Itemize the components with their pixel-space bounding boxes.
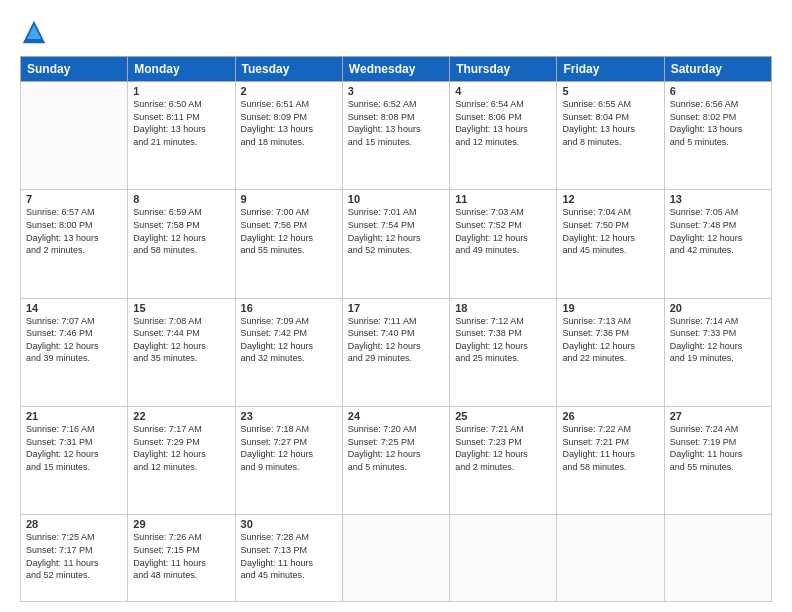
day-info: Sunrise: 6:56 AM Sunset: 8:02 PM Dayligh… bbox=[670, 98, 766, 148]
calendar-cell: 8Sunrise: 6:59 AM Sunset: 7:58 PM Daylig… bbox=[128, 190, 235, 298]
calendar-cell: 24Sunrise: 7:20 AM Sunset: 7:25 PM Dayli… bbox=[342, 406, 449, 514]
day-number: 22 bbox=[133, 410, 229, 422]
day-number: 24 bbox=[348, 410, 444, 422]
calendar-cell: 26Sunrise: 7:22 AM Sunset: 7:21 PM Dayli… bbox=[557, 406, 664, 514]
day-number: 20 bbox=[670, 302, 766, 314]
week-row-4: 28Sunrise: 7:25 AM Sunset: 7:17 PM Dayli… bbox=[21, 515, 772, 602]
day-number: 4 bbox=[455, 85, 551, 97]
calendar-cell: 29Sunrise: 7:26 AM Sunset: 7:15 PM Dayli… bbox=[128, 515, 235, 602]
calendar-cell: 17Sunrise: 7:11 AM Sunset: 7:40 PM Dayli… bbox=[342, 298, 449, 406]
header-wednesday: Wednesday bbox=[342, 57, 449, 82]
day-number: 21 bbox=[26, 410, 122, 422]
calendar-cell bbox=[21, 82, 128, 190]
day-number: 26 bbox=[562, 410, 658, 422]
calendar-cell: 2Sunrise: 6:51 AM Sunset: 8:09 PM Daylig… bbox=[235, 82, 342, 190]
header-row: SundayMondayTuesdayWednesdayThursdayFrid… bbox=[21, 57, 772, 82]
day-number: 13 bbox=[670, 193, 766, 205]
day-number: 16 bbox=[241, 302, 337, 314]
day-info: Sunrise: 6:52 AM Sunset: 8:08 PM Dayligh… bbox=[348, 98, 444, 148]
calendar-cell: 4Sunrise: 6:54 AM Sunset: 8:06 PM Daylig… bbox=[450, 82, 557, 190]
calendar-cell: 14Sunrise: 7:07 AM Sunset: 7:46 PM Dayli… bbox=[21, 298, 128, 406]
day-info: Sunrise: 7:00 AM Sunset: 7:56 PM Dayligh… bbox=[241, 206, 337, 256]
day-number: 19 bbox=[562, 302, 658, 314]
day-number: 14 bbox=[26, 302, 122, 314]
day-number: 8 bbox=[133, 193, 229, 205]
calendar-cell: 1Sunrise: 6:50 AM Sunset: 8:11 PM Daylig… bbox=[128, 82, 235, 190]
header-sunday: Sunday bbox=[21, 57, 128, 82]
day-info: Sunrise: 7:18 AM Sunset: 7:27 PM Dayligh… bbox=[241, 423, 337, 473]
day-info: Sunrise: 7:17 AM Sunset: 7:29 PM Dayligh… bbox=[133, 423, 229, 473]
day-info: Sunrise: 7:20 AM Sunset: 7:25 PM Dayligh… bbox=[348, 423, 444, 473]
day-info: Sunrise: 7:13 AM Sunset: 7:36 PM Dayligh… bbox=[562, 315, 658, 365]
day-info: Sunrise: 6:59 AM Sunset: 7:58 PM Dayligh… bbox=[133, 206, 229, 256]
day-info: Sunrise: 7:12 AM Sunset: 7:38 PM Dayligh… bbox=[455, 315, 551, 365]
calendar-cell: 22Sunrise: 7:17 AM Sunset: 7:29 PM Dayli… bbox=[128, 406, 235, 514]
header-saturday: Saturday bbox=[664, 57, 771, 82]
calendar-cell: 15Sunrise: 7:08 AM Sunset: 7:44 PM Dayli… bbox=[128, 298, 235, 406]
calendar-cell: 6Sunrise: 6:56 AM Sunset: 8:02 PM Daylig… bbox=[664, 82, 771, 190]
calendar-cell: 19Sunrise: 7:13 AM Sunset: 7:36 PM Dayli… bbox=[557, 298, 664, 406]
day-info: Sunrise: 7:28 AM Sunset: 7:13 PM Dayligh… bbox=[241, 531, 337, 581]
day-number: 18 bbox=[455, 302, 551, 314]
day-info: Sunrise: 6:54 AM Sunset: 8:06 PM Dayligh… bbox=[455, 98, 551, 148]
calendar-cell: 11Sunrise: 7:03 AM Sunset: 7:52 PM Dayli… bbox=[450, 190, 557, 298]
page-header bbox=[20, 18, 772, 46]
day-number: 5 bbox=[562, 85, 658, 97]
week-row-1: 7Sunrise: 6:57 AM Sunset: 8:00 PM Daylig… bbox=[21, 190, 772, 298]
day-number: 2 bbox=[241, 85, 337, 97]
day-number: 9 bbox=[241, 193, 337, 205]
day-info: Sunrise: 7:03 AM Sunset: 7:52 PM Dayligh… bbox=[455, 206, 551, 256]
day-info: Sunrise: 6:50 AM Sunset: 8:11 PM Dayligh… bbox=[133, 98, 229, 148]
calendar-cell: 16Sunrise: 7:09 AM Sunset: 7:42 PM Dayli… bbox=[235, 298, 342, 406]
day-number: 10 bbox=[348, 193, 444, 205]
day-number: 28 bbox=[26, 518, 122, 530]
calendar-cell: 20Sunrise: 7:14 AM Sunset: 7:33 PM Dayli… bbox=[664, 298, 771, 406]
logo bbox=[20, 18, 52, 46]
calendar-cell: 25Sunrise: 7:21 AM Sunset: 7:23 PM Dayli… bbox=[450, 406, 557, 514]
day-number: 3 bbox=[348, 85, 444, 97]
day-info: Sunrise: 7:11 AM Sunset: 7:40 PM Dayligh… bbox=[348, 315, 444, 365]
day-number: 11 bbox=[455, 193, 551, 205]
week-row-0: 1Sunrise: 6:50 AM Sunset: 8:11 PM Daylig… bbox=[21, 82, 772, 190]
day-number: 12 bbox=[562, 193, 658, 205]
day-info: Sunrise: 6:55 AM Sunset: 8:04 PM Dayligh… bbox=[562, 98, 658, 148]
day-info: Sunrise: 7:21 AM Sunset: 7:23 PM Dayligh… bbox=[455, 423, 551, 473]
calendar-cell: 23Sunrise: 7:18 AM Sunset: 7:27 PM Dayli… bbox=[235, 406, 342, 514]
day-info: Sunrise: 6:51 AM Sunset: 8:09 PM Dayligh… bbox=[241, 98, 337, 148]
day-info: Sunrise: 7:09 AM Sunset: 7:42 PM Dayligh… bbox=[241, 315, 337, 365]
header-monday: Monday bbox=[128, 57, 235, 82]
calendar-cell: 21Sunrise: 7:16 AM Sunset: 7:31 PM Dayli… bbox=[21, 406, 128, 514]
day-number: 27 bbox=[670, 410, 766, 422]
calendar-cell bbox=[342, 515, 449, 602]
calendar-cell: 30Sunrise: 7:28 AM Sunset: 7:13 PM Dayli… bbox=[235, 515, 342, 602]
header-tuesday: Tuesday bbox=[235, 57, 342, 82]
calendar-cell: 27Sunrise: 7:24 AM Sunset: 7:19 PM Dayli… bbox=[664, 406, 771, 514]
calendar-cell: 13Sunrise: 7:05 AM Sunset: 7:48 PM Dayli… bbox=[664, 190, 771, 298]
week-row-3: 21Sunrise: 7:16 AM Sunset: 7:31 PM Dayli… bbox=[21, 406, 772, 514]
day-number: 23 bbox=[241, 410, 337, 422]
day-info: Sunrise: 7:01 AM Sunset: 7:54 PM Dayligh… bbox=[348, 206, 444, 256]
calendar-cell: 28Sunrise: 7:25 AM Sunset: 7:17 PM Dayli… bbox=[21, 515, 128, 602]
day-number: 17 bbox=[348, 302, 444, 314]
day-info: Sunrise: 7:24 AM Sunset: 7:19 PM Dayligh… bbox=[670, 423, 766, 473]
header-thursday: Thursday bbox=[450, 57, 557, 82]
day-info: Sunrise: 7:25 AM Sunset: 7:17 PM Dayligh… bbox=[26, 531, 122, 581]
day-info: Sunrise: 7:22 AM Sunset: 7:21 PM Dayligh… bbox=[562, 423, 658, 473]
calendar-cell: 7Sunrise: 6:57 AM Sunset: 8:00 PM Daylig… bbox=[21, 190, 128, 298]
header-friday: Friday bbox=[557, 57, 664, 82]
day-number: 29 bbox=[133, 518, 229, 530]
calendar-cell: 3Sunrise: 6:52 AM Sunset: 8:08 PM Daylig… bbox=[342, 82, 449, 190]
logo-icon bbox=[20, 18, 48, 46]
day-info: Sunrise: 6:57 AM Sunset: 8:00 PM Dayligh… bbox=[26, 206, 122, 256]
calendar-cell bbox=[664, 515, 771, 602]
calendar-cell: 5Sunrise: 6:55 AM Sunset: 8:04 PM Daylig… bbox=[557, 82, 664, 190]
calendar-cell bbox=[557, 515, 664, 602]
calendar-table: SundayMondayTuesdayWednesdayThursdayFrid… bbox=[20, 56, 772, 602]
day-info: Sunrise: 7:26 AM Sunset: 7:15 PM Dayligh… bbox=[133, 531, 229, 581]
calendar-cell: 10Sunrise: 7:01 AM Sunset: 7:54 PM Dayli… bbox=[342, 190, 449, 298]
calendar-cell bbox=[450, 515, 557, 602]
week-row-2: 14Sunrise: 7:07 AM Sunset: 7:46 PM Dayli… bbox=[21, 298, 772, 406]
calendar-cell: 12Sunrise: 7:04 AM Sunset: 7:50 PM Dayli… bbox=[557, 190, 664, 298]
day-number: 1 bbox=[133, 85, 229, 97]
calendar-cell: 9Sunrise: 7:00 AM Sunset: 7:56 PM Daylig… bbox=[235, 190, 342, 298]
